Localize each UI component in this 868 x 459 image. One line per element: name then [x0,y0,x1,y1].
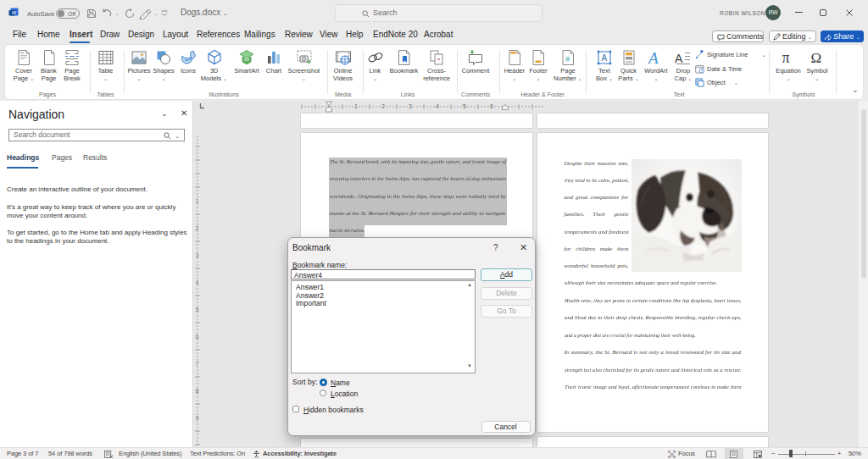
svg-text:π: π [782,49,790,66]
svg-text:9: 9 [196,415,199,421]
svg-text:4: 4 [436,103,439,109]
svg-text:1: 1 [354,103,358,109]
svg-text:6: 6 [196,334,199,340]
svg-text:3: 3 [196,252,199,258]
svg-text:6: 6 [490,103,493,109]
svg-text:5: 5 [196,307,199,312]
svg-text:D: D [670,452,674,457]
svg-text:Ω: Ω [811,50,822,66]
svg-text:1: 1 [196,198,199,204]
svg-text:A: A [675,52,683,65]
svg-text:W: W [12,10,17,15]
svg-text:2: 2 [381,103,385,109]
svg-text:4: 4 [196,279,199,285]
svg-text:2: 2 [196,225,199,231]
svg-text:A: A [602,53,608,63]
svg-text:#: # [565,55,570,64]
svg-text:7: 7 [196,361,199,367]
svg-text:8: 8 [196,388,199,394]
svg-text:5: 5 [463,103,466,109]
svg-text:3: 3 [409,103,412,109]
svg-text:A: A [648,49,659,66]
